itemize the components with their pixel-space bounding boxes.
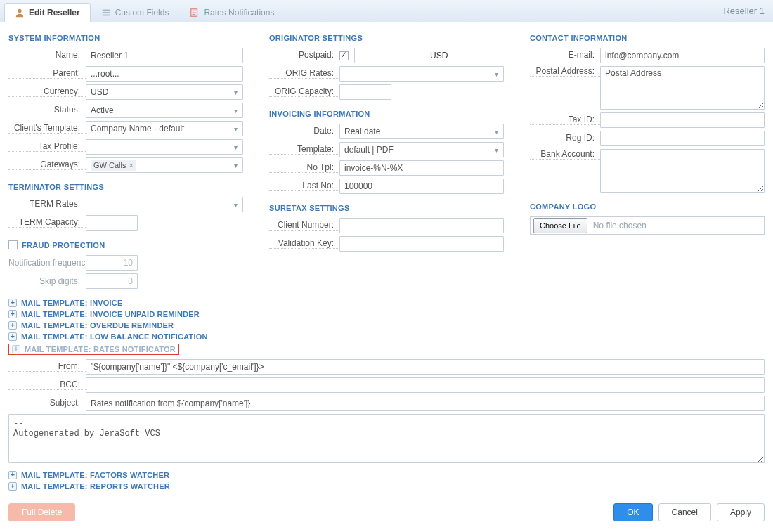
invoice-template-combo[interactable]: default | PDF ▾ xyxy=(339,142,504,157)
tab-bar: Edit Reseller Custom Fields Rates Notifi… xyxy=(0,0,773,22)
label-orig-rates: ORIG Rates: xyxy=(269,68,339,79)
expand-icon: + xyxy=(8,310,17,318)
mail-subject-input[interactable] xyxy=(86,396,765,411)
label-bank: Bank Account: xyxy=(530,149,600,160)
notif-freq-input[interactable] xyxy=(86,255,138,271)
client-number-input[interactable] xyxy=(339,218,504,233)
label-currency: Currency: xyxy=(8,86,86,97)
clients-template-combo[interactable]: Company Name - default ▾ xyxy=(86,121,243,136)
postal-textarea[interactable]: Postal Address xyxy=(600,66,765,110)
mail-bcc-input[interactable] xyxy=(86,377,765,393)
label-notif-freq: Notification frequency: xyxy=(8,258,86,268)
section-originator: ORIGINATOR SETTINGS xyxy=(269,34,504,42)
taxid-input[interactable] xyxy=(600,112,765,128)
chevron-down-icon: ▾ xyxy=(230,201,241,209)
label-term-capacity: TERM Capacity: xyxy=(8,217,86,228)
label-invoice-template: Template: xyxy=(269,144,339,155)
chevron-down-icon: ▾ xyxy=(230,125,241,133)
label-tax-profile: Tax Profile: xyxy=(8,141,86,152)
mail-template-overdue[interactable]: + MAIL TEMPLATE: OVERDUE REMINDER xyxy=(8,321,765,330)
full-delete-button[interactable]: Full Delete xyxy=(8,503,75,521)
status-combo[interactable]: Active ▾ xyxy=(86,103,243,118)
label-clients-template: Client's Template: xyxy=(8,123,86,134)
section-logo: COMPANY LOGO xyxy=(530,202,765,211)
postpaid-currency: USD xyxy=(430,51,448,60)
expand-icon: + xyxy=(8,321,17,330)
mail-body-textarea[interactable]: -- Autogenerated by JeraSoft VCS xyxy=(8,414,765,463)
skip-digits-input[interactable] xyxy=(86,273,138,289)
svg-rect-3 xyxy=(102,15,110,16)
mail-from-input[interactable] xyxy=(86,359,765,375)
postpaid-amount-input[interactable] xyxy=(354,48,424,63)
label-postal: Postal Address: xyxy=(530,66,600,77)
currency-combo[interactable]: USD ▾ xyxy=(86,84,243,100)
person-icon xyxy=(15,8,25,18)
chevron-down-icon: ▾ xyxy=(230,162,241,169)
email-input[interactable] xyxy=(600,48,765,63)
gateway-tag: GW Calls × xyxy=(91,160,136,171)
header-entity-name: Reseller 1 xyxy=(723,6,769,16)
tab-label: Edit Reseller xyxy=(29,8,80,18)
term-capacity-input[interactable] xyxy=(86,215,138,231)
label-gateways: Gateways: xyxy=(8,160,86,170)
apply-button[interactable]: Apply xyxy=(717,503,765,521)
tax-profile-combo[interactable]: ▾ xyxy=(86,139,243,155)
mail-template-rates[interactable]: + MAIL TEMPLATE: RATES NOTIFICATOR xyxy=(12,345,176,353)
chevron-down-icon: ▾ xyxy=(230,89,241,96)
label-regid: Reg ID: xyxy=(530,133,600,143)
mail-template-factors[interactable]: + MAIL TEMPLATE: FACTORS WATCHER xyxy=(8,471,765,479)
gateways-combo[interactable]: GW Calls × ▾ xyxy=(86,157,243,173)
tab-rates-notifications[interactable]: Rates Notifications xyxy=(179,3,285,22)
lastno-input[interactable] xyxy=(339,179,504,194)
orig-rates-combo[interactable]: ▾ xyxy=(339,66,504,82)
name-input[interactable] xyxy=(86,48,243,63)
expand-icon: + xyxy=(8,332,17,341)
tab-label: Custom Fields xyxy=(115,8,169,18)
choose-file-button[interactable]: Choose File xyxy=(533,218,587,233)
label-term-rates: TERM Rates: xyxy=(8,199,86,209)
chevron-down-icon: ▾ xyxy=(491,128,502,136)
label-client-number: Client Number: xyxy=(269,220,339,231)
label-subject: Subject: xyxy=(8,398,86,408)
notpl-input[interactable] xyxy=(339,160,504,176)
validation-key-input[interactable] xyxy=(339,236,504,252)
cancel-button[interactable]: Cancel xyxy=(658,503,711,521)
tab-label: Rates Notifications xyxy=(204,8,274,18)
regid-input[interactable] xyxy=(600,131,765,146)
svg-rect-2 xyxy=(102,12,110,13)
svg-rect-1 xyxy=(102,10,110,11)
mail-template-unpaid[interactable]: + MAIL TEMPLATE: INVOICE UNPAID REMINDER xyxy=(8,310,765,318)
section-contact: CONTACT INFORMATION xyxy=(530,34,765,42)
fraud-checkbox[interactable] xyxy=(8,240,18,249)
chevron-down-icon: ▾ xyxy=(230,143,241,151)
term-rates-combo[interactable]: ▾ xyxy=(86,197,243,212)
expand-icon: + xyxy=(8,299,17,307)
tab-custom-fields[interactable]: Custom Fields xyxy=(91,3,180,22)
label-taxid: Tax ID: xyxy=(530,115,600,125)
label-skip-digits: Skip digits: xyxy=(8,276,86,286)
file-none-label: No file chosen xyxy=(593,221,647,231)
label-name: Name: xyxy=(8,50,86,60)
postpaid-checkbox[interactable] xyxy=(339,51,349,60)
expand-icon: + xyxy=(8,482,17,491)
remove-tag-icon[interactable]: × xyxy=(129,161,133,169)
mail-template-lowbal[interactable]: + MAIL TEMPLATE: LOW BALANCE NOTIFICATIO… xyxy=(8,332,765,341)
bank-textarea[interactable] xyxy=(600,149,765,193)
footer: Full Delete OK Cancel Apply xyxy=(8,503,765,521)
section-fraud: FRAUD PROTECTION xyxy=(8,240,243,249)
ok-button[interactable]: OK xyxy=(613,503,652,521)
mail-template-reports[interactable]: + MAIL TEMPLATE: REPORTS WATCHER xyxy=(8,482,765,491)
expand-icon: + xyxy=(12,345,20,353)
section-suretax: SURETAX SETTINGS xyxy=(269,204,504,212)
label-invoice-date: Date: xyxy=(269,126,339,136)
highlight-mail-rates: + MAIL TEMPLATE: RATES NOTIFICATOR xyxy=(8,344,179,355)
invoice-date-combo[interactable]: Real date ▾ xyxy=(339,124,504,139)
section-system-info: SYSTEM INFORMATION xyxy=(8,34,243,42)
expand-icon: + xyxy=(8,471,17,479)
parent-combo[interactable]: ...root... xyxy=(86,66,243,82)
orig-capacity-input[interactable] xyxy=(339,84,391,100)
mail-template-invoice[interactable]: + MAIL TEMPLATE: INVOICE xyxy=(8,299,765,307)
label-postpaid: Postpaid: xyxy=(269,50,339,60)
label-lastno: Last No: xyxy=(269,181,339,191)
tab-edit-reseller[interactable]: Edit Reseller xyxy=(4,3,91,22)
